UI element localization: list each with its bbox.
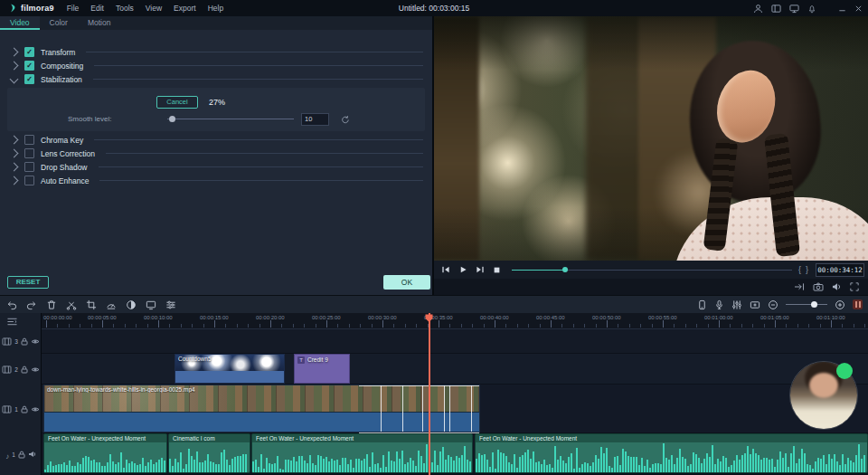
tab-video[interactable]: Video [0,16,40,30]
track-lane-video3[interactable] [42,329,868,353]
ok-button[interactable]: OK [383,275,430,290]
menu-edit[interactable]: Edit [90,4,104,13]
clip-audio-3[interactable]: Feet On Water - Unexpected Moment [251,433,473,473]
zoom-slider-handle[interactable] [811,301,817,308]
effect-checkbox[interactable] [24,176,34,185]
mic-icon[interactable] [714,299,724,310]
clip-credit-title[interactable]: T Credit 9 [294,354,350,384]
effect-row-stabilization[interactable]: ✓Stabilization [0,72,432,86]
effect-checkbox[interactable]: ✓ [24,47,34,57]
play-button[interactable] [458,265,467,274]
zoom-out-icon[interactable] [768,299,778,310]
mark-out-icon[interactable]: } [806,265,808,274]
effect-row-auto-enhance[interactable]: Auto Enhance [0,174,432,187]
cancel-button[interactable]: Cancel [156,96,198,109]
device-icon[interactable] [697,299,707,310]
smooth-level-slider[interactable] [167,115,294,123]
progress-knob[interactable] [562,267,568,272]
menu-tools[interactable]: Tools [116,4,134,13]
snapshot-icon[interactable] [813,282,824,291]
track-lane-video2[interactable] [42,354,868,384]
export-screen-icon[interactable] [789,4,799,14]
minimize-icon[interactable] [838,5,846,13]
timeline-ruler[interactable]: 00:00:00:0000:00:05:0000:00:10:0000:00:1… [42,313,868,329]
playback-progress-bar[interactable] [512,266,792,274]
clip-audio-4[interactable]: Feet On Water - Unexpected Moment [475,433,868,473]
stop-button[interactable] [493,266,501,274]
chevron-right-icon[interactable] [10,163,19,172]
effect-checkbox[interactable]: ✓ [24,74,34,84]
fullscreen-icon[interactable] [850,282,859,291]
menu-file[interactable]: File [67,4,80,13]
visibility-icon[interactable] [31,366,40,373]
add-marker-icon[interactable] [750,299,760,310]
previous-frame-button[interactable] [441,265,450,274]
chevron-down-icon[interactable] [10,75,19,84]
effect-checkbox[interactable]: ✓ [24,61,34,71]
volume-icon[interactable] [832,282,842,291]
effect-checkbox[interactable] [24,162,34,172]
ruler-label: 00:00:25:00 [312,315,341,320]
ruler-label: 00:00:55:00 [648,315,677,320]
mute-icon[interactable] [28,451,36,458]
chevron-right-icon[interactable] [10,62,19,71]
reset-button[interactable]: RESET [7,276,49,289]
lock-icon[interactable] [21,405,28,413]
divider-line [94,65,423,66]
timeline-zoom-slider[interactable] [786,300,827,309]
zoom-in-icon[interactable] [835,299,845,310]
effect-row-compositing[interactable]: ✓Compositing [0,59,432,72]
playback-controls: { } 00:00:34:12 [434,261,868,279]
smooth-level-value[interactable]: 10 [301,113,329,126]
greenscreen-icon[interactable] [146,299,156,310]
lock-icon[interactable] [21,337,28,346]
reset-value-icon[interactable] [341,115,350,124]
slider-handle[interactable] [169,116,175,122]
mixer-icon[interactable] [731,299,742,310]
clip-audio-2[interactable]: Cinematic I com [168,433,250,473]
manage-tracks-icon[interactable] [6,317,18,327]
next-frame-button[interactable] [476,265,485,274]
menu-view[interactable]: View [146,4,162,13]
tracks-area[interactable]: Countdown5 T Credit 9 down-man-lying-tow… [42,329,868,475]
edit-properties-icon[interactable] [165,299,176,310]
clip-main-video[interactable]: down-man-lying-towards-white-hills-in-ge… [43,385,480,432]
chevron-right-icon[interactable] [10,176,19,185]
visibility-icon[interactable] [31,338,40,345]
playhead-handle[interactable] [424,314,434,323]
lock-icon[interactable] [18,451,25,459]
tab-motion[interactable]: Motion [78,16,121,30]
clip-audio-1[interactable]: Feet On Water - Unexpected Moment [43,433,167,473]
ruler-label: 00:00:15:00 [200,315,229,320]
speed-icon[interactable] [106,299,117,310]
export-frame-icon[interactable] [794,282,805,291]
undo-icon[interactable] [6,299,17,310]
layout-icon[interactable] [771,4,781,14]
playhead[interactable] [429,313,430,475]
color-icon[interactable] [126,299,137,310]
account-icon[interactable] [753,4,763,14]
chevron-right-icon[interactable] [10,136,19,145]
split-scissors-icon[interactable] [66,299,77,310]
menu-help[interactable]: Help [208,4,223,13]
fit-timeline-button[interactable] [853,299,863,309]
chevron-right-icon[interactable] [10,149,19,158]
effect-checkbox[interactable] [24,148,34,158]
redo-icon[interactable] [26,299,37,310]
clip-countdown[interactable]: Countdown5 [175,354,285,384]
delete-icon[interactable] [46,299,57,310]
effect-checkbox[interactable] [24,135,34,145]
bell-icon[interactable] [807,4,816,14]
effect-row-lens-correction[interactable]: Lens Correction [0,147,432,160]
close-icon[interactable] [854,5,863,13]
crop-icon[interactable] [86,299,97,310]
menu-export[interactable]: Export [174,4,196,13]
chevron-right-icon[interactable] [10,48,19,57]
visibility-icon[interactable] [31,406,40,413]
lock-icon[interactable] [21,366,28,374]
effect-row-drop-shadow[interactable]: Drop Shadow [0,160,432,174]
effect-row-transform[interactable]: ✓Transform [0,45,432,59]
mark-in-icon[interactable]: { [798,265,801,274]
tab-color[interactable]: Color [40,16,78,30]
effect-row-chroma-key[interactable]: Chroma Key [0,133,432,147]
